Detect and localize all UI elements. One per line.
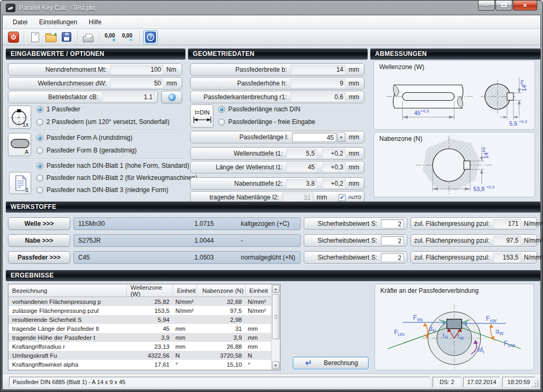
table-cell: N/mm² xyxy=(246,299,271,305)
minus-icon: − xyxy=(129,36,133,44)
betriebsfaktor-info-button[interactable]: i xyxy=(161,91,182,103)
table-row[interactable]: Umfangskraft Fu4322,56N3720,58N xyxy=(8,351,271,360)
field-unit: mm xyxy=(345,180,361,187)
radio-laenge-din[interactable]: Passfederlänge nach DIN xyxy=(218,104,301,114)
column-header[interactable]: Einheit xyxy=(173,284,197,297)
table-cell: mm xyxy=(173,334,197,341)
nabe-material-box[interactable]: S275JR 1.0044 - xyxy=(73,234,301,247)
results-table: Bezeichnung Wellenzone (W) Einheit Naben… xyxy=(8,284,280,370)
radio-laenge-frei[interactable]: Passfederlänge - freie Eingabe xyxy=(218,117,315,127)
berechnung-button[interactable]: ↵ Berechnung xyxy=(293,357,369,369)
menu-einstellungen[interactable]: Einstellungen xyxy=(33,16,83,28)
dropdown-button[interactable]: ▼ xyxy=(337,132,345,142)
menu-hilfe[interactable]: Hilfe xyxy=(83,16,107,28)
passfederhoehe-input[interactable]: 9 xyxy=(291,79,345,88)
help-button[interactable]: ? xyxy=(143,30,158,44)
wellenzone-label: Wellenzone (W) xyxy=(379,63,424,71)
kantenbrechung-input[interactable]: 0,6 xyxy=(291,92,345,102)
group-separator xyxy=(8,158,182,159)
field-kantenbrechung: Passfederkantenbrechung r1: 0,6 mm xyxy=(190,91,364,103)
radio-din-blatt-2[interactable]: Passfeder nach DIN-Blatt 2 (für Werkzeug… xyxy=(36,173,198,183)
maximize-button[interactable] xyxy=(495,1,512,11)
passfeder-material-button[interactable]: Passfeder >>> xyxy=(8,251,70,264)
radio-icon[interactable] xyxy=(36,162,43,169)
auto-checkbox[interactable]: ✔ xyxy=(339,194,345,201)
welle-sicherheit-input[interactable]: 2 xyxy=(381,219,404,228)
save-floppy-icon xyxy=(62,32,71,42)
info-icon: i xyxy=(168,93,176,101)
radio-icon[interactable] xyxy=(36,106,43,113)
radio-din-blatt-1[interactable]: Passfeder nach DIN-Blatt 1 (hohe Form, S… xyxy=(36,161,189,170)
radio-label: 1 Passfeder xyxy=(46,106,80,113)
radio-label: 2 Passfedern (um 120° versetzt, Sonderfa… xyxy=(46,118,170,126)
close-button[interactable]: ✕ xyxy=(513,1,537,11)
wellennut-laenge-value[interactable]: 45 xyxy=(286,162,317,172)
radio-form-b[interactable]: Passfeder Form B (geradstirnig) xyxy=(36,146,137,155)
radio-icon[interactable] xyxy=(36,147,43,154)
print-button[interactable] xyxy=(81,30,96,44)
new-file-button[interactable] xyxy=(27,30,42,44)
passfederbreite-input[interactable]: 14 xyxy=(291,65,345,74)
nabennuttiefe-value[interactable]: 3,8 xyxy=(286,179,317,188)
table-cell: 32,68 xyxy=(197,299,246,305)
svg-text:l=DIN: l=DIN xyxy=(195,109,210,116)
section-header-eingabewerte: EINGABEWERTE / OPTIONEN xyxy=(6,49,185,60)
iconbox-caption: 1x xyxy=(22,121,29,128)
table-row[interactable]: vorhandenen Flächenpressung p25,82N/mm²3… xyxy=(8,297,271,306)
passfederlaenge-select[interactable]: 45 xyxy=(292,132,336,142)
table-row[interactable]: tragende Länge der Passfeder lt45mm31mm xyxy=(8,324,271,333)
results-scrollbar[interactable]: ▲ ▼ xyxy=(271,284,280,370)
welle-material-button[interactable]: Welle >>> xyxy=(8,217,70,230)
scrollbar-thumb[interactable] xyxy=(272,294,279,339)
field-unit: Nm xyxy=(163,66,179,73)
nabe-material-button[interactable]: Nabe >>> xyxy=(8,234,70,247)
passfeder-sicherheit-input[interactable]: 2 xyxy=(381,253,404,262)
toolbar-separator xyxy=(99,31,99,43)
wellennuttiefe-value[interactable]: 5,5 xyxy=(286,149,317,158)
open-file-button[interactable] xyxy=(43,30,58,44)
column-header[interactable]: Wellenzone (W) xyxy=(127,284,173,297)
table-row[interactable]: Kraftangriffswinkel alpha17,61°15,10° xyxy=(8,360,271,369)
welle-material-box[interactable]: 11SMn30 1.0715 kaltgezogen (+C) xyxy=(73,217,301,230)
field-nenndrehmoment: Nenndrehmoment Mt: 100 Nm xyxy=(8,63,182,76)
scroll-down-button[interactable]: ▼ xyxy=(272,361,279,369)
column-header[interactable]: Nabenzone (N) xyxy=(197,284,246,297)
radio-icon[interactable] xyxy=(36,187,43,194)
radio-form-a[interactable]: Passfeder Form A (rundstirnig) xyxy=(36,133,133,142)
radio-icon[interactable] xyxy=(36,119,43,126)
toolbar-separator xyxy=(139,31,140,43)
table-row[interactable]: resultierende Sicherheit S5,942,98 xyxy=(8,315,271,324)
radio-icon[interactable] xyxy=(218,106,225,113)
table-row[interactable]: zulässige Flächenpressung pzul153,5N/mm²… xyxy=(8,306,271,315)
radio-din-blatt-3[interactable]: Passfeder nach DIN-Blatt 3 (niedrige For… xyxy=(36,185,168,195)
decimals-increase-button[interactable]: 0,00 + xyxy=(102,30,119,44)
table-row[interactable]: tragende Höhe der Passfeder t3,9mm3,9mm xyxy=(8,333,271,342)
minimize-button[interactable]: ─ xyxy=(478,1,495,11)
welle-pressung-field: zul. Flächenpressung pzul: 171 N/mm² xyxy=(410,217,537,230)
passfeder-material-box[interactable]: C45 1.0503 normalgeglüht (+N) xyxy=(73,251,301,264)
radio-icon[interactable] xyxy=(218,119,225,126)
exit-button[interactable] xyxy=(6,30,21,44)
column-header[interactable]: Einheit xyxy=(246,284,271,297)
menu-datei[interactable]: Datei xyxy=(7,16,33,28)
scroll-up-button[interactable]: ▲ xyxy=(272,285,279,293)
field-label: zul. Flächenpressung pzul: xyxy=(414,237,493,244)
wellenzone-drawing: 45+0,3 14P9 xyxy=(376,70,532,128)
radio-1-passfeder[interactable]: 1 Passfeder xyxy=(36,104,80,114)
table-row[interactable]: Kraftangriffsradius r23,13mm26,88mm xyxy=(8,342,271,351)
decimals-decrease-button[interactable]: 0,00 − xyxy=(120,30,136,44)
betriebsfaktor-input[interactable]: 1.1 xyxy=(102,92,155,102)
radio-icon[interactable] xyxy=(36,135,43,141)
table-cell: 97,5 xyxy=(197,308,246,314)
wellendurchmesser-input[interactable]: 50 xyxy=(110,79,163,88)
radio-2-passfedern[interactable]: 2 Passfedern (um 120° versetzt, Sonderfa… xyxy=(36,117,170,127)
radio-icon[interactable] xyxy=(36,175,43,181)
field-wellendurchmesser: Wellendurchmesser dW: 50 mm xyxy=(8,77,182,90)
save-button[interactable] xyxy=(59,30,74,44)
nabe-sicherheit-input[interactable]: 2 xyxy=(381,236,404,245)
column-header[interactable]: Bezeichnung xyxy=(8,284,127,297)
titlebar[interactable]: Parallel Key Calc - Test.pkc ─ ✕ xyxy=(1,1,542,15)
nenndrehmoment-input[interactable]: 100 xyxy=(110,65,163,74)
section-header-ergebnisse: ERGEBNISSE xyxy=(6,270,540,281)
table-cell: N/mm² xyxy=(246,308,271,314)
